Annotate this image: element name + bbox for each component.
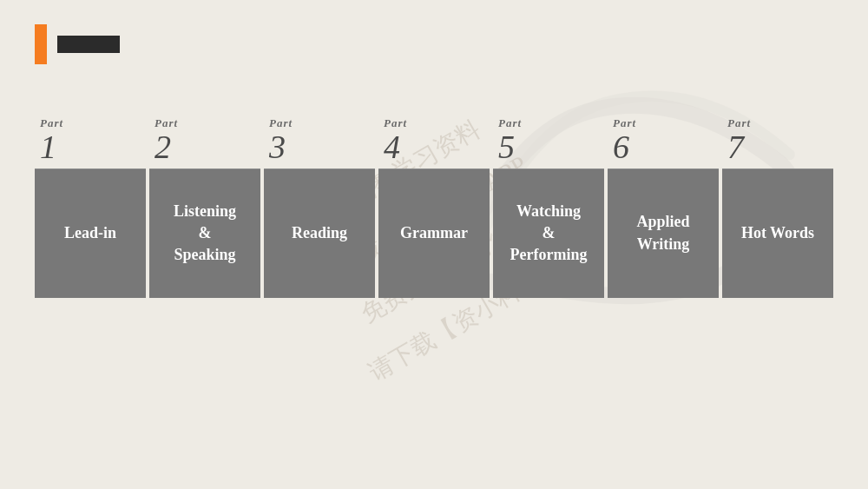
part-number-1: 1 xyxy=(40,130,141,163)
part-header-2: Part2 xyxy=(149,116,260,169)
part-header-5: Part5 xyxy=(493,116,604,169)
part-box-1: Lead-in xyxy=(35,169,146,298)
part-number-3: 3 xyxy=(269,130,370,163)
part-header-1: Part1 xyxy=(35,116,146,169)
part-text-1: Lead-in xyxy=(64,222,116,244)
parts-container: Part1Lead-inPart2Listening&SpeakingPart3… xyxy=(35,116,833,298)
part-header-6: Part6 xyxy=(608,116,719,169)
part-box-5: Watching&Performing xyxy=(493,169,604,298)
part-number-4: 4 xyxy=(384,130,484,163)
main-content: Part1Lead-inPart2Listening&SpeakingPart3… xyxy=(0,116,868,298)
orange-bar xyxy=(35,24,47,64)
part-box-3: Reading xyxy=(264,169,375,298)
part-number-5: 5 xyxy=(498,130,599,163)
part-item-3: Part3Reading xyxy=(264,116,375,298)
part-item-1: Part1Lead-in xyxy=(35,116,146,298)
part-text-7: Hot Words xyxy=(741,222,814,244)
title-box xyxy=(57,36,120,53)
part-box-7: Hot Words xyxy=(722,169,833,298)
part-number-2: 2 xyxy=(155,130,255,163)
part-item-6: Part6AppliedWriting xyxy=(608,116,719,298)
part-text-2: Listening&Speaking xyxy=(174,201,236,267)
part-text-3: Reading xyxy=(292,222,347,244)
part-box-6: AppliedWriting xyxy=(608,169,719,298)
part-box-4: Grammar xyxy=(378,169,490,298)
part-header-3: Part3 xyxy=(264,116,375,169)
part-item-5: Part5Watching&Performing xyxy=(493,116,604,298)
part-text-4: Grammar xyxy=(400,222,468,244)
part-number-6: 6 xyxy=(613,130,713,163)
part-item-7: Part7Hot Words xyxy=(722,116,833,298)
part-item-4: Part4Grammar xyxy=(378,116,490,298)
part-text-5: Watching&Performing xyxy=(510,201,588,267)
part-text-6: AppliedWriting xyxy=(636,211,689,254)
part-header-7: Part7 xyxy=(722,116,833,169)
part-item-2: Part2Listening&Speaking xyxy=(149,116,260,298)
part-number-7: 7 xyxy=(727,130,828,163)
part-header-4: Part4 xyxy=(378,116,490,169)
part-box-2: Listening&Speaking xyxy=(149,169,260,298)
header xyxy=(35,24,868,64)
